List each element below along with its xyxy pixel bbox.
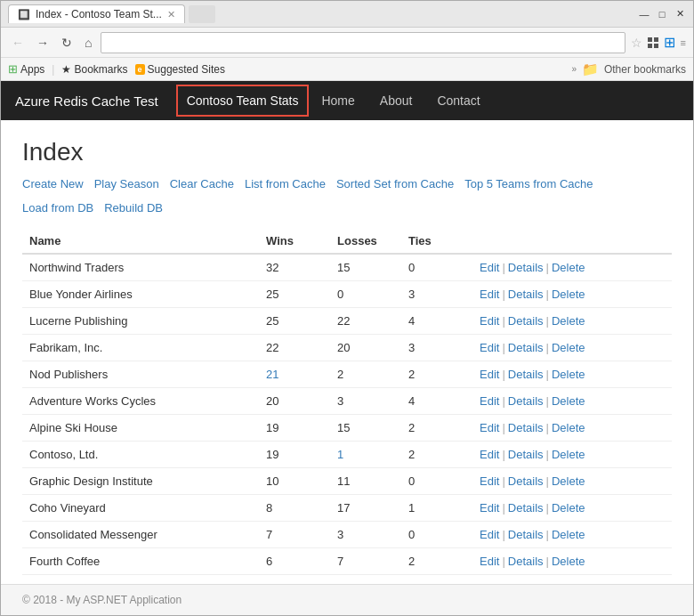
footer: © 2018 - My ASP.NET Application (1, 584, 693, 615)
bookmarks-bar: ⊞ Apps | ★ Bookmarks e Suggested Sites »… (1, 58, 693, 81)
cell-wins: 21 (259, 361, 330, 388)
sep1: | (502, 368, 504, 381)
edit-link[interactable]: Edit (480, 394, 499, 408)
forward-button[interactable]: → (33, 34, 52, 52)
refresh-button[interactable]: ↻ (58, 34, 76, 52)
chevron-icon[interactable]: » (571, 64, 577, 74)
details-link[interactable]: Details (508, 421, 544, 434)
edit-link[interactable]: Edit (480, 341, 499, 354)
details-link[interactable]: Details (508, 448, 544, 461)
col-ties: Ties (401, 229, 472, 254)
edit-link[interactable]: Edit (480, 474, 499, 488)
cell-actions: Edit | Details | Delete (472, 254, 672, 281)
top5-link[interactable]: Top 5 Teams from Cache (464, 177, 593, 190)
navbar-contact[interactable]: Contact (424, 86, 492, 115)
cell-losses: 20 (330, 335, 401, 361)
delete-link[interactable]: Delete (552, 555, 585, 568)
bookmarks-item[interactable]: ★ Bookmarks (61, 63, 127, 76)
suggested-sites-item[interactable]: e Suggested Sites (135, 63, 225, 76)
back-button[interactable]: ← (8, 34, 28, 52)
cell-name: Consolidated Messenger (22, 522, 259, 548)
col-actions (472, 229, 672, 254)
navbar-about[interactable]: About (367, 86, 425, 115)
edit-link[interactable]: Edit (480, 261, 499, 274)
delete-link[interactable]: Delete (552, 528, 585, 541)
details-link[interactable]: Details (508, 341, 544, 354)
minimize-button[interactable]: — (638, 8, 650, 20)
details-link[interactable]: Details (508, 501, 544, 515)
sorted-set-link[interactable]: Sorted Set from Cache (336, 177, 454, 190)
delete-link[interactable]: Delete (552, 314, 585, 328)
details-link[interactable]: Details (508, 394, 544, 408)
edit-link[interactable]: Edit (480, 368, 499, 381)
cell-actions: Edit | Details | Delete (472, 388, 672, 415)
delete-link[interactable]: Delete (552, 368, 585, 381)
cell-losses: 1 (330, 442, 401, 468)
sep1: | (502, 394, 504, 408)
browser-tab[interactable]: 🔲 Index - Contoso Team St... ✕ (8, 4, 185, 23)
edit-link[interactable]: Edit (480, 288, 499, 301)
edit-link[interactable]: Edit (480, 448, 499, 461)
cell-name: Blue Yonder Airlines (22, 281, 259, 308)
sep1: | (502, 528, 504, 541)
delete-link[interactable]: Delete (552, 501, 585, 515)
delete-link[interactable]: Delete (552, 394, 585, 408)
details-link[interactable]: Details (508, 555, 544, 568)
cell-losses: 11 (330, 468, 401, 495)
sep2: | (546, 555, 549, 568)
tab-close-icon[interactable]: ✕ (167, 9, 175, 20)
edit-link[interactable]: Edit (480, 421, 499, 434)
edit-link[interactable]: Edit (480, 501, 499, 515)
clear-cache-link[interactable]: Clear Cache (170, 177, 234, 190)
new-tab-area[interactable] (189, 5, 215, 23)
url-input[interactable]: localhost:2803 (101, 32, 625, 53)
sep2: | (546, 314, 549, 328)
play-season-link[interactable]: Play Season (94, 177, 159, 190)
details-link[interactable]: Details (508, 314, 544, 328)
navbar-home[interactable]: Home (309, 86, 367, 115)
delete-link[interactable]: Delete (552, 261, 585, 274)
cell-wins: 25 (259, 281, 330, 308)
sep1: | (502, 501, 504, 515)
details-link[interactable]: Details (508, 261, 544, 274)
windows-icon: ⊞ (664, 34, 675, 51)
navbar-contoso[interactable]: Contoso Team Stats (176, 85, 310, 117)
cell-wins: 19 (259, 415, 330, 442)
table-row: Coho Vineyard 8 17 1 Edit | Details | De… (22, 495, 672, 522)
menu-dots[interactable]: ≡ (681, 37, 686, 48)
action-links: Create New Play Season Clear Cache List … (22, 177, 672, 215)
delete-link[interactable]: Delete (552, 474, 585, 488)
navbar-brand[interactable]: Azure Redis Cache Test (15, 93, 158, 109)
delete-link[interactable]: Delete (552, 421, 585, 434)
details-link[interactable]: Details (508, 528, 544, 541)
rebuild-db-link[interactable]: Rebuild DB (104, 201, 163, 215)
delete-link[interactable]: Delete (552, 288, 585, 301)
sep2: | (546, 421, 549, 434)
apps-bookmark[interactable]: ⊞ Apps (8, 62, 44, 76)
cell-actions: Edit | Details | Delete (472, 308, 672, 335)
create-new-link[interactable]: Create New (22, 177, 84, 190)
delete-link[interactable]: Delete (552, 448, 585, 461)
cell-actions: Edit | Details | Delete (472, 442, 672, 468)
maximize-button[interactable]: □ (656, 8, 668, 20)
cell-name: Fabrikam, Inc. (22, 335, 259, 361)
sep1: | (502, 421, 504, 434)
teams-table: Name Wins Losses Ties Northwind Traders … (22, 229, 672, 575)
extensions-icon[interactable] (648, 37, 658, 48)
edit-link[interactable]: Edit (480, 555, 499, 568)
list-from-cache-link[interactable]: List from Cache (245, 177, 326, 190)
close-button[interactable]: ✕ (674, 8, 686, 20)
delete-link[interactable]: Delete (552, 341, 585, 354)
table-row: Graphic Design Institute 10 11 0 Edit | … (22, 468, 672, 495)
load-from-db-link[interactable]: Load from DB (22, 201, 93, 215)
details-link[interactable]: Details (508, 288, 544, 301)
home-button[interactable]: ⌂ (81, 34, 95, 52)
edit-link[interactable]: Edit (480, 314, 499, 328)
bookmark-star-icon[interactable]: ☆ (631, 36, 642, 50)
details-link[interactable]: Details (508, 368, 544, 381)
details-link[interactable]: Details (508, 474, 544, 488)
edit-link[interactable]: Edit (480, 528, 499, 541)
sep2: | (546, 341, 549, 354)
col-name: Name (22, 229, 259, 254)
cell-losses: 3 (330, 522, 401, 548)
